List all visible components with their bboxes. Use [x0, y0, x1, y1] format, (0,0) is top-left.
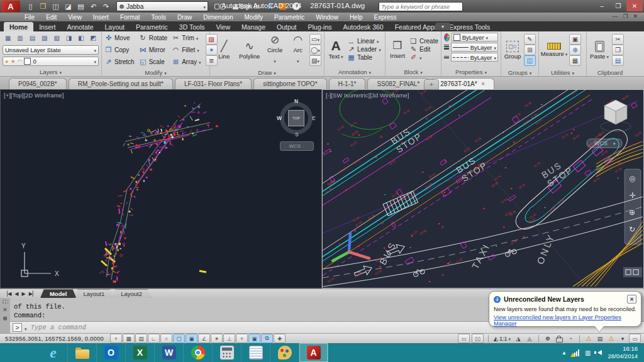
object-color-dropdown[interactable]: ByLayer [452, 33, 498, 41]
selection-cycling-toggle[interactable]: ✚ [274, 334, 286, 343]
taskbar-app-calculator[interactable] [213, 343, 242, 362]
create-block-button[interactable]: ❑Create [409, 37, 438, 45]
plot-notification-icon[interactable]: ▤ [595, 334, 605, 343]
close-tab-icon[interactable]: ✕ [481, 81, 486, 87]
lineweight-toggle[interactable]: + [236, 334, 248, 343]
ribbon-tab-layout[interactable]: Layout [99, 22, 131, 31]
menu-file[interactable]: File [19, 14, 40, 21]
layer-tool-icon-0[interactable]: ▦ [3, 33, 13, 43]
menu-dimension[interactable]: Dimension [197, 14, 238, 21]
network-icon[interactable] [572, 349, 579, 356]
new-file-icon[interactable]: ▯ [25, 2, 36, 11]
copy-clip-button[interactable]: ❐ [612, 45, 624, 55]
menu-insert[interactable]: Insert [87, 14, 114, 21]
workspace-dropdown[interactable]: ☸ Jabba [116, 1, 208, 11]
copy-button[interactable]: ❐Copy [104, 46, 135, 54]
group-edit-button[interactable]: ⊞ [524, 45, 536, 55]
quick-view-layouts-button[interactable]: ▯▯ [472, 334, 484, 343]
minimize-button[interactable]: – [594, 0, 610, 11]
drawing-tab-p0945-002b[interactable]: P0945_002B* [9, 78, 67, 89]
block-attributes-button[interactable]: ✐ [409, 53, 438, 62]
ribbon-tab-plug-ins[interactable]: Plug-ins [303, 22, 338, 31]
toolbar-lock-icon[interactable] [554, 334, 564, 343]
ribbon-tab-annotate[interactable]: Annotate [61, 22, 99, 31]
menu-edit[interactable]: Edit [40, 14, 62, 21]
block-panel-label[interactable]: Block [386, 67, 441, 76]
cut-button[interactable]: ✂ [612, 34, 624, 45]
menu-parametric[interactable]: Parametric [269, 14, 310, 21]
wcs-dropdown-right[interactable]: WCS ▾ [587, 139, 622, 148]
ribbon-tab-express-tools[interactable]: Express Tools [443, 22, 496, 31]
infer-constraints-toggle[interactable]: + [110, 334, 122, 343]
ungroup-button[interactable]: ✎ [524, 34, 536, 45]
measure-button[interactable]: Measure [541, 43, 567, 57]
layer-tool-icon-4[interactable]: ▧ [52, 33, 62, 43]
quick-calc-button[interactable]: ▦ [569, 55, 581, 66]
left-viewport-label[interactable]: [+][Top][2D Wireframe] [4, 92, 64, 99]
3d-object-snap-toggle[interactable]: ▣ [186, 334, 197, 343]
tray-expand-icon[interactable]: ▲ [562, 350, 567, 356]
leader-button[interactable]: ↗Leader [347, 45, 381, 53]
taskbar-app-chrome[interactable] [184, 343, 213, 362]
quick-select-button[interactable]: ⊕ [569, 45, 581, 55]
doc-restore-button[interactable]: ❐ [620, 13, 630, 19]
taskbar-app-paint[interactable] [270, 343, 299, 362]
new-drawing-tab-button[interactable]: + [424, 79, 439, 90]
right-viewport-canvas[interactable]: BUSSTOP BUSSTOP BUSSTOP BUS TAXI ONLY 62… [323, 90, 643, 287]
snap-mode-toggle[interactable]: ▦ [123, 334, 135, 343]
linetype-dropdown[interactable]: ByLayer [451, 53, 498, 62]
trim-button[interactable]: ✂Trim [172, 34, 201, 42]
hardware-acceleration-icon[interactable]: ◔ [565, 334, 575, 343]
layer-tool-icon-2[interactable]: ▤ [27, 33, 38, 43]
dynamic-ucs-toggle[interactable]: ✶ [211, 334, 223, 343]
tray-settings-icon[interactable]: ▾ [618, 334, 628, 343]
layer-state-dropdown[interactable]: Unsaved Layer State [3, 45, 99, 55]
quick-properties-toggle[interactable]: ⧉ [261, 334, 273, 343]
drawing-tab-28763t-01a[interactable]: 28763T-01A*✕ [431, 78, 494, 89]
drag-handle-icon[interactable] [2, 299, 8, 304]
doc-minimize-button[interactable]: — [609, 13, 620, 19]
save-as-icon[interactable]: ◪ [63, 2, 74, 11]
groups-panel-label[interactable]: Groups [501, 69, 538, 76]
ribbon-tab-autodesk-360[interactable]: Autodesk 360 [337, 22, 389, 31]
transparency-toggle[interactable]: ▣ [248, 334, 260, 343]
menu-help[interactable]: Help [344, 14, 369, 21]
hatch-button[interactable]: ▨ [309, 55, 321, 66]
circle-button[interactable]: ⊘Circle [264, 35, 286, 65]
speaker-icon[interactable] [597, 350, 602, 355]
taskbar-app-autocad[interactable]: A [299, 343, 328, 362]
compass-south[interactable]: S [295, 131, 299, 138]
prev-tab-button[interactable]: ◀ [13, 291, 19, 297]
ribbon-tab-3d-tools[interactable]: 3D Tools [174, 22, 211, 31]
text-button[interactable]: AText [327, 39, 345, 60]
first-tab-button[interactable]: ▕◀ [3, 291, 13, 297]
layer-tool-icon-3[interactable]: ▨ [39, 33, 50, 43]
layer-dropdown[interactable]: ● ☀ ◠ 0 [3, 57, 99, 66]
ribbon-tab-manage[interactable]: Manage [236, 22, 271, 31]
table-button[interactable]: ▦Table [347, 53, 381, 62]
layer-tool-icon-6[interactable]: ◧ [75, 33, 86, 43]
annotation-scale-button[interactable]: ◭1:1 [492, 336, 512, 342]
annotation-panel-label[interactable]: Annotation [325, 67, 385, 76]
help-search-box[interactable] [379, 2, 463, 11]
autoscale-icon[interactable]: ◬ [525, 334, 535, 343]
chevron-down-icon[interactable] [377, 38, 379, 45]
match-properties-button[interactable]: ▤ [612, 55, 624, 66]
tab-model[interactable]: Model [40, 289, 76, 298]
taskbar-app-internet-explorer[interactable]: e [39, 343, 68, 362]
polar-tracking-toggle[interactable]: ○ [160, 334, 172, 343]
utilities-panel-label[interactable]: Utilities [539, 69, 586, 76]
mirror-button[interactable]: ⋈Mirror [139, 46, 167, 54]
id-point-button[interactable]: ▣ [569, 34, 581, 45]
drawing-tab-ss082-final[interactable]: SS082_FINAL* [367, 78, 429, 89]
chevron-down-icon[interactable] [196, 35, 199, 41]
tab-layout1[interactable]: Layout1 [74, 289, 114, 298]
menu-draw[interactable]: Draw [172, 14, 197, 21]
ribbon-tab-view[interactable]: View [210, 22, 236, 31]
rectangle-button[interactable]: ▭ [309, 34, 321, 45]
close-command-icon[interactable]: ✕ [3, 307, 8, 313]
array-button[interactable]: ⊞Array [172, 58, 201, 66]
rotate-button[interactable]: ↻Rotate [139, 34, 167, 42]
ellipse-button[interactable]: ◯ [309, 45, 321, 55]
doc-close-button[interactable]: ✕ [630, 13, 640, 19]
